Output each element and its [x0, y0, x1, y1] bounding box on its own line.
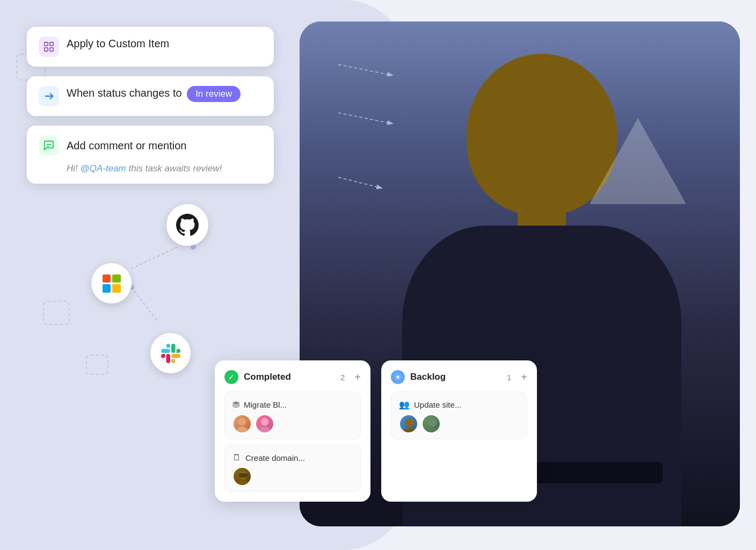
task-domain-name: Create domain...	[245, 453, 305, 462]
deco-shape-2	[43, 301, 70, 325]
svg-point-25	[426, 428, 439, 433]
in-review-badge: In review	[187, 86, 241, 102]
completed-title: Completed	[244, 372, 335, 382]
comment-card: Add comment or mention Hi! @QA-team this…	[27, 126, 274, 184]
doc-icon: 🗒	[232, 453, 241, 462]
kanban-column-completed: ✓ Completed 2 + ⛃ Migrate Bl...	[215, 360, 370, 502]
github-integration-icon[interactable]	[166, 204, 208, 246]
svg-point-17	[259, 426, 270, 433]
comment-card-text: Add comment or mention	[67, 139, 186, 153]
kanban-overlay: ✓ Completed 2 + ⛃ Migrate Bl...	[215, 360, 537, 502]
task-migrate: ⛃ Migrate Bl...	[224, 392, 361, 439]
comment-card-header: Add comment or mention	[39, 135, 186, 156]
main-scene: Apply to Custom Item When status changes…	[0, 0, 756, 550]
status-change-icon	[39, 86, 59, 106]
layout-icon	[39, 37, 59, 57]
comment-icon	[39, 135, 59, 156]
completed-count: 2	[340, 373, 345, 382]
workflow-cards-panel: Apply to Custom Item When status changes…	[27, 27, 274, 184]
slack-integration-icon[interactable]	[150, 333, 191, 373]
people-icon: 👥	[399, 400, 410, 410]
comment-preview: Hi! @QA-team this task awaits review!	[67, 163, 222, 174]
svg-point-15	[236, 426, 248, 433]
task-domain-header: 🗒 Create domain...	[232, 453, 353, 462]
task-site: 👥 Update site...	[391, 392, 527, 439]
mention-text: @QA-team	[81, 163, 126, 173]
avatar-f2	[255, 414, 274, 433]
avatar-f1	[232, 414, 252, 433]
svg-point-24	[428, 418, 437, 427]
svg-rect-20	[239, 473, 248, 477]
backlog-title: Backlog	[410, 372, 501, 382]
svg-rect-10	[45, 48, 48, 51]
avatar-m1	[399, 414, 418, 433]
svg-rect-11	[50, 48, 53, 51]
svg-point-23	[403, 428, 416, 433]
task-site-name: Update site...	[414, 400, 461, 409]
stack-icon: ⛃	[232, 400, 239, 410]
deco-shape-3	[86, 354, 108, 375]
task-domain-avatars	[232, 467, 353, 486]
task-migrate-avatars	[232, 414, 353, 433]
kanban-header-completed: ✓ Completed 2 +	[224, 370, 361, 384]
svg-rect-9	[50, 42, 53, 46]
microsoft-integration-icon[interactable]	[91, 263, 132, 303]
task-site-header: 👥 Update site...	[399, 400, 519, 410]
completed-status-icon: ✓	[224, 370, 238, 384]
svg-point-21	[396, 375, 399, 379]
task-domain: 🗒 Create domain...	[224, 445, 361, 492]
apply-card: Apply to Custom Item	[27, 27, 274, 67]
kanban-column-backlog: Backlog 1 + 👥 Update site...	[381, 360, 537, 502]
svg-rect-8	[45, 42, 48, 46]
avatar-m3	[232, 467, 252, 486]
svg-point-16	[261, 418, 268, 425]
kanban-header-backlog: Backlog 1 +	[391, 370, 527, 384]
backlog-add-button[interactable]: +	[521, 371, 527, 383]
task-site-avatars	[399, 414, 519, 433]
backlog-status-icon	[391, 370, 405, 384]
avatar-m2	[421, 414, 441, 433]
svg-point-14	[238, 418, 246, 425]
apply-card-text: Apply to Custom Item	[67, 37, 169, 50]
backlog-count: 1	[507, 373, 511, 382]
svg-point-19	[237, 481, 250, 486]
svg-point-22	[405, 418, 414, 427]
task-migrate-header: ⛃ Migrate Bl...	[232, 400, 353, 410]
task-migrate-name: Migrate Bl...	[244, 400, 287, 409]
completed-add-button[interactable]: +	[354, 371, 361, 383]
status-card: When status changes to In review	[27, 76, 274, 116]
status-card-prefix: When status changes to In review	[67, 86, 241, 102]
